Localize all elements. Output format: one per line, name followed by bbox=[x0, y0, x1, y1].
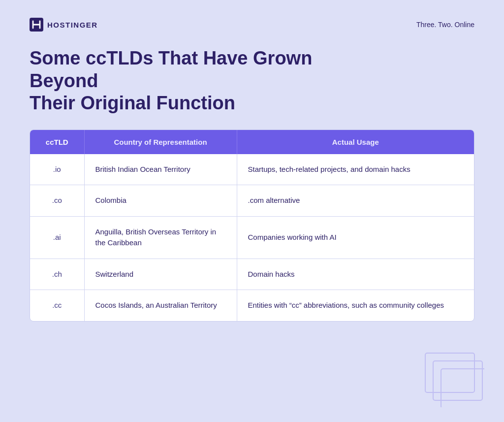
decorative-shape bbox=[415, 348, 484, 407]
cell-usage: Entities with “cc” abbreviations, such a… bbox=[237, 290, 474, 321]
cell-country: British Indian Ocean Territory bbox=[84, 154, 237, 185]
page-wrapper: HOSTINGER Three. Two. Online Some ccTLDs… bbox=[0, 0, 504, 422]
cell-usage: Domain hacks bbox=[237, 259, 474, 290]
table-row: .ccCocos Islands, an Australian Territor… bbox=[30, 290, 474, 321]
table-row: .aiAnguilla, British Overseas Territory … bbox=[30, 216, 474, 259]
svg-rect-3 bbox=[441, 369, 484, 407]
table-row: .coColombia.com alternative bbox=[30, 185, 474, 217]
hostinger-logo-icon bbox=[30, 18, 43, 32]
cell-country: Switzerland bbox=[84, 259, 237, 290]
header: HOSTINGER Three. Two. Online bbox=[30, 18, 474, 32]
cell-cctld: .ch bbox=[30, 259, 84, 290]
cell-country: Cocos Islands, an Australian Territory bbox=[84, 290, 237, 321]
col-header-cctld: ccTLD bbox=[30, 130, 84, 154]
cell-usage: Startups, tech-related projects, and dom… bbox=[237, 154, 474, 185]
col-header-usage: Actual Usage bbox=[237, 130, 474, 154]
table-row: .ioBritish Indian Ocean TerritoryStartup… bbox=[30, 154, 474, 185]
table-row: .chSwitzerlandDomain hacks bbox=[30, 259, 474, 290]
col-header-country: Country of Representation bbox=[84, 130, 237, 154]
cell-cctld: .ai bbox=[30, 216, 84, 259]
cell-cctld: .io bbox=[30, 154, 84, 185]
cell-cctld: .cc bbox=[30, 290, 84, 321]
cell-usage: .com alternative bbox=[237, 185, 474, 217]
page-title: Some ccTLDs That Have Grown Beyond Their… bbox=[30, 47, 325, 115]
tagline: Three. Two. Online bbox=[416, 21, 474, 29]
cell-usage: Companies working with AI bbox=[237, 216, 474, 259]
table-header-row: ccTLD Country of Representation Actual U… bbox=[30, 130, 474, 154]
cell-country: Colombia bbox=[84, 185, 237, 217]
cctld-table: ccTLD Country of Representation Actual U… bbox=[30, 130, 474, 321]
data-table-container: ccTLD Country of Representation Actual U… bbox=[30, 130, 474, 322]
logo-text: HOSTINGER bbox=[47, 21, 98, 29]
logo-area: HOSTINGER bbox=[30, 18, 98, 32]
cell-cctld: .co bbox=[30, 185, 84, 217]
cell-country: Anguilla, British Overseas Territory in … bbox=[84, 216, 237, 259]
